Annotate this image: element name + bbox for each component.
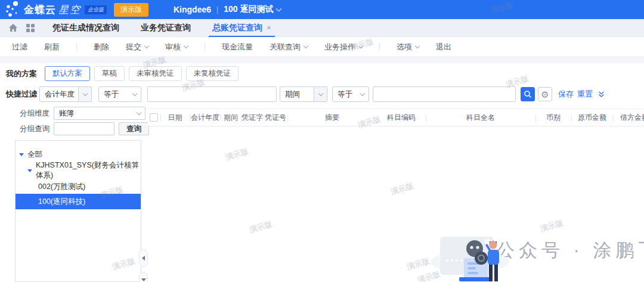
column-header-debit-amount[interactable]: 借方金额 (613, 109, 644, 126)
filter-field-select-1[interactable]: 会计年度 (39, 86, 92, 102)
filter-field-select-2[interactable]: 期间 (280, 86, 327, 102)
tree-node-002[interactable]: 002(万胜测试) (16, 179, 141, 194)
filter-operator-select-1[interactable]: 等于 (98, 86, 141, 102)
scheme-unreviewed-button[interactable]: 未复核凭证 (186, 66, 239, 81)
group-search-input[interactable] (54, 122, 114, 135)
chevron-down-icon (276, 6, 282, 12)
product-name-suffix: 星空 (58, 3, 81, 17)
business-ops-menu-button[interactable]: 业务操作 (324, 42, 363, 52)
group-search-button[interactable]: 查询 (119, 122, 149, 135)
kingdee-logo-icon (5, 1, 20, 18)
workspace-switcher[interactable]: 100 逐同测试 (224, 4, 281, 15)
quick-filter-label: 快捷过滤 (6, 89, 37, 100)
arrow-down-icon (141, 278, 146, 281)
scheme-draft-button[interactable]: 草稿 (94, 66, 125, 81)
column-header-period[interactable]: 期间 (221, 109, 241, 126)
account-book-tree: 全部 KJHSTX01_SYS(财务会计核算体系) 002(万胜测试) 100(… (15, 140, 141, 282)
demo-watermark: 演示版 (405, 256, 431, 272)
account-name: Kingdee6 (174, 5, 211, 14)
expand-filter-button[interactable] (597, 91, 605, 98)
tree-node-100-selected[interactable]: 100(逐同科技) (16, 194, 141, 209)
refresh-button[interactable]: 刷新 (44, 42, 60, 52)
home-icon[interactable] (8, 23, 18, 32)
reset-link[interactable]: 重置 (577, 89, 593, 100)
voucher-grid-header: 日期 会计年度 期间 凭证字 凭证号 摘要 科目编码 科目全名 币别 原币金额 … (148, 109, 644, 126)
apps-grid-icon[interactable] (26, 24, 35, 32)
topbar-separator: | (216, 5, 218, 14)
tree-node-accounting-system[interactable]: KJHSTX01_SYS(财务会计核算体系) (16, 163, 141, 178)
toolbar-divider (76, 43, 77, 51)
close-icon[interactable]: × (267, 23, 271, 32)
background-band (0, 57, 644, 63)
action-toolbar: 过滤 刷新 删除 提交 审核 现金流量 关联查询 业务操作 选项 退出 (0, 37, 644, 57)
column-header-fiscal-year[interactable]: 会计年度 (190, 109, 221, 126)
chevron-down-icon (144, 44, 149, 48)
group-dimension-row: 分组维度 账簿 (20, 107, 145, 120)
group-dimension-label: 分组维度 (20, 109, 49, 119)
my-scheme-label: 我的方案 (6, 69, 37, 79)
column-header-account-name[interactable]: 科目全名 (426, 109, 535, 126)
collapse-panel-button[interactable] (139, 249, 148, 267)
search-icon (524, 90, 532, 98)
chevron-down-icon (184, 44, 188, 48)
filter-button[interactable]: 过滤 (12, 42, 27, 52)
chevron-down-icon (304, 44, 308, 48)
column-header-summary[interactable]: 摘要 (287, 109, 377, 126)
filter-value-input-2[interactable] (373, 86, 516, 102)
scheme-default-button[interactable]: 默认方案 (45, 66, 90, 81)
tab-voucher-generation-query[interactable]: 凭证生成情况查询 (42, 19, 130, 37)
column-header-voucher-no[interactable]: 凭证号 (264, 109, 287, 126)
scroll-down-button[interactable] (139, 272, 148, 282)
demo-version-badge: 演示版 (114, 3, 148, 17)
chevron-down-icon (133, 111, 145, 116)
filter-value-input-1[interactable] (147, 86, 277, 102)
gear-icon: ⚙ (541, 90, 549, 99)
arrow-left-icon (142, 256, 145, 261)
tab-gl-voucher-query[interactable]: 总账凭证查询 × (202, 19, 282, 37)
exit-button[interactable]: 退出 (436, 42, 451, 52)
toolbar-divider (205, 43, 205, 51)
chevron-down-icon (314, 87, 327, 101)
topbar: 金蝶云 星空 企业版 演示版 Kingdee6 | 100 逐同测试 (0, 0, 644, 19)
options-menu-button[interactable]: 选项 (397, 42, 419, 52)
scheme-unaudited-button[interactable]: 未审核凭证 (129, 66, 182, 81)
tab-business-voucher-query[interactable]: 业务凭证查询 (130, 19, 202, 37)
product-name: 金蝶云 (24, 3, 56, 17)
chevron-down-icon (415, 44, 420, 48)
demo-watermark: 演示版 (248, 219, 273, 235)
save-scheme-link[interactable]: 保存 (558, 89, 574, 100)
filter-settings-button[interactable]: ⚙ (538, 87, 552, 101)
edition-badge: 企业版 (85, 5, 107, 14)
demo-watermark: 演示版 (224, 146, 249, 163)
search-button[interactable] (521, 87, 535, 101)
quick-filter-row: 快捷过滤 会计年度 等于 期间 等于 ⚙ 保存 重置 (6, 86, 605, 102)
column-header-currency[interactable]: 币别 (535, 109, 571, 126)
kingdee-cloud-app: 金蝶云 星空 企业版 演示版 Kingdee6 | 100 逐同测试 凭证生成情… (0, 0, 644, 282)
select-all-cell (148, 109, 160, 126)
tab-label: 总账凭证查询 (212, 23, 262, 33)
publisher-watermark-text: 公众号 · 涂鹏飞 (496, 238, 644, 263)
double-chevron-down-icon (597, 91, 605, 98)
cash-flow-button[interactable]: 现金流量 (222, 42, 253, 52)
related-query-menu-button[interactable]: 关联查询 (270, 42, 308, 52)
column-header-date[interactable]: 日期 (160, 109, 190, 126)
demo-watermark: 演示版 (539, 218, 564, 234)
filter-operator-select-2[interactable]: 等于 (332, 86, 369, 102)
tab-label: 凭证生成情况查询 (52, 23, 119, 33)
chevron-down-icon (357, 92, 369, 97)
my-scheme-row: 我的方案 默认方案 草稿 未审核凭证 未复核凭证 (6, 66, 243, 81)
column-header-voucher-word[interactable]: 凭证字 (241, 109, 264, 126)
column-header-original-amount[interactable]: 原币金额 (571, 109, 613, 126)
submit-menu-button[interactable]: 提交 (126, 42, 148, 52)
group-search-label: 分组查询 (20, 124, 49, 134)
expand-arrow-icon[interactable] (19, 153, 24, 156)
column-header-account-code[interactable]: 科目编码 (377, 109, 426, 126)
audit-menu-button[interactable]: 审核 (165, 42, 188, 52)
group-dimension-select[interactable]: 账簿 (54, 107, 145, 120)
empty-state-illustration (429, 232, 513, 282)
select-all-checkbox[interactable] (150, 113, 158, 122)
chevron-down-icon (78, 87, 91, 101)
demo-watermark: 演示版 (389, 181, 414, 197)
expand-arrow-icon[interactable] (27, 169, 32, 172)
delete-button[interactable]: 删除 (94, 42, 109, 52)
